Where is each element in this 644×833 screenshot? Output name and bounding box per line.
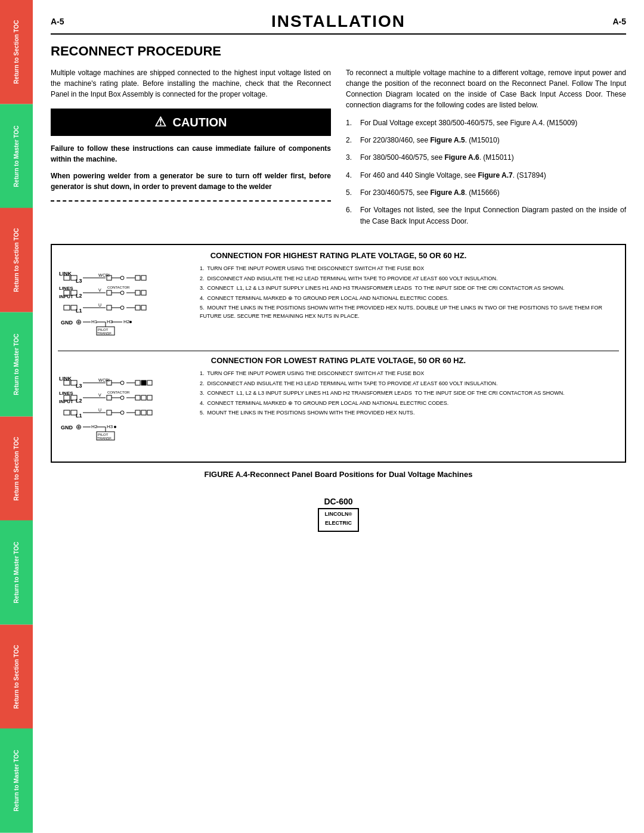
brand-sub: ELECTRIC — [325, 520, 352, 526]
svg-text:U: U — [98, 303, 101, 307]
svg-point-23 — [120, 291, 124, 295]
svg-rect-28 — [64, 305, 70, 310]
side-tab-section-toc-3[interactable]: Return to Section TOC — [0, 417, 33, 521]
top-diagram-instructions: 1. TURN OFF THE INPUT POWER USING THE DI… — [200, 265, 619, 322]
svg-text:H2: H2 — [123, 319, 130, 324]
svg-text:W: W — [98, 273, 103, 277]
bottom-diagram: CONNECTION FOR LOWEST RATING PLATE VOLTA… — [58, 356, 619, 450]
svg-text:TRANSF.: TRANSF. — [97, 436, 112, 440]
right-column: To reconnect a multiple voltage machine … — [346, 67, 626, 233]
side-tab-master-toc-2[interactable]: Return to Master TOC — [0, 312, 33, 417]
dashed-separator — [51, 200, 331, 202]
svg-rect-91 — [147, 410, 152, 415]
svg-point-11 — [120, 276, 124, 280]
svg-point-62 — [120, 381, 124, 385]
svg-text:⊕: ⊕ — [76, 318, 82, 326]
svg-rect-78 — [141, 395, 146, 400]
bottom-diagram-row: LINK LINES INPUT L3 W CRI — [58, 370, 619, 450]
svg-text:W: W — [98, 378, 103, 382]
svg-text:H3: H3 — [107, 424, 113, 429]
footer-model: DC-600 — [51, 497, 626, 506]
footer: DC-600 LINCOLN® ELECTRIC — [51, 491, 626, 531]
svg-text:V: V — [98, 288, 101, 292]
two-column-layout: Multiple voltage machines are shipped co… — [51, 67, 626, 233]
top-diagram: CONNECTION FOR HIGHEST RATING PLATE VOLT… — [58, 251, 619, 345]
brand-name: LINCOLN — [325, 511, 349, 517]
list-item: 4. For 460 and 440 Single Voltage, see F… — [346, 170, 626, 181]
svg-text:⊕: ⊕ — [76, 423, 82, 431]
svg-rect-77 — [135, 395, 140, 400]
lincoln-badge: LINCOLN® ELECTRIC — [318, 508, 360, 531]
svg-point-46 — [129, 321, 132, 323]
caution-triangle-icon: ⚠ — [154, 114, 166, 130]
main-content: A-5 INSTALLATION A-5 RECONNECT PROCEDURE… — [33, 0, 644, 544]
svg-text:TRANSF.: TRANSF. — [97, 332, 112, 335]
list-item: 1. For Dual Voltage except 380/500-460/5… — [346, 117, 626, 129]
side-tab-master-toc-1[interactable]: Return to Master TOC — [0, 104, 33, 209]
svg-rect-89 — [135, 410, 140, 415]
list-item: 3. For 380/500-460/575, see Figure A.6. … — [346, 152, 626, 163]
svg-text:GND: GND — [61, 320, 73, 326]
diagram-divider — [58, 351, 619, 351]
svg-text:V: V — [98, 393, 101, 397]
caution-text-1: Failure to follow these instructions can… — [51, 143, 331, 165]
svg-point-34 — [120, 306, 124, 309]
svg-rect-13 — [135, 275, 140, 280]
list-item: 2. For 220/380/460, see Figure A.5. (M15… — [346, 135, 626, 146]
svg-rect-66 — [147, 380, 152, 385]
numbered-list: 1. For Dual Voltage except 380/500-460/5… — [346, 117, 626, 227]
svg-rect-37 — [141, 305, 146, 310]
svg-rect-36 — [135, 305, 140, 310]
top-diagram-row: LINK LINES INPUT L3 W CRI — [58, 265, 619, 345]
svg-rect-81 — [64, 410, 70, 415]
section-title: RECONNECT PROCEDURE — [51, 44, 626, 59]
page-title: INSTALLATION — [271, 12, 405, 31]
side-tabs: Return to Section TOC Return to Master T… — [0, 0, 33, 833]
svg-rect-85 — [107, 410, 112, 415]
caution-text-2: When powering welder from a generator be… — [51, 171, 331, 192]
brand-reg-icon: ® — [349, 512, 352, 517]
top-diagram-svg: LINK LINES INPUT L3 W CRI — [58, 265, 195, 345]
list-item: 6. For Voltages not listed, see the Inpu… — [346, 205, 626, 227]
svg-point-75 — [120, 396, 124, 400]
svg-text:CONTACTOR: CONTACTOR — [107, 286, 130, 289]
svg-rect-79 — [147, 395, 152, 400]
svg-point-98 — [114, 426, 116, 428]
svg-rect-64 — [135, 380, 140, 385]
svg-rect-32 — [107, 305, 112, 310]
svg-rect-20 — [107, 290, 112, 295]
page-number-right: A-5 — [612, 17, 626, 26]
svg-rect-65 — [141, 380, 146, 385]
right-intro: To reconnect a multiple voltage machine … — [346, 67, 626, 110]
svg-point-87 — [120, 411, 124, 414]
top-diagram-title: CONNECTION FOR HIGHEST RATING PLATE VOLT… — [58, 251, 619, 260]
bottom-diagram-svg: LINK LINES INPUT L3 W CRI — [58, 370, 195, 450]
svg-rect-25 — [135, 290, 140, 295]
svg-text:CONTACTOR: CONTACTOR — [107, 391, 130, 394]
page-number-left: A-5 — [51, 17, 64, 26]
svg-rect-90 — [141, 410, 146, 415]
svg-rect-26 — [141, 290, 146, 295]
svg-rect-72 — [107, 395, 112, 400]
diagram-section: CONNECTION FOR HIGHEST RATING PLATE VOLT… — [51, 244, 626, 463]
svg-text:U: U — [98, 408, 101, 412]
side-tab-master-toc-4[interactable]: Return to Master TOC — [0, 729, 33, 833]
side-tab-master-toc-3[interactable]: Return to Master TOC — [0, 521, 33, 625]
list-item: 5. For 230/460/575, see Figure A.8. (M15… — [346, 187, 626, 199]
bottom-diagram-instructions: 1. TURN OFF THE INPUT POWER USING THE DI… — [200, 370, 619, 419]
figure-caption: FIGURE A.4-Reconnect Panel Board Positio… — [51, 470, 626, 479]
left-column: Multiple voltage machines are shipped co… — [51, 67, 331, 233]
page-header: A-5 INSTALLATION A-5 — [51, 12, 626, 35]
left-paragraph-1: Multiple voltage machines are shipped co… — [51, 67, 331, 100]
side-tab-section-toc-1[interactable]: Return to Section TOC — [0, 0, 33, 104]
side-tab-section-toc-2[interactable]: Return to Section TOC — [0, 208, 33, 312]
bottom-diagram-title: CONNECTION FOR LOWEST RATING PLATE VOLTA… — [58, 356, 619, 365]
caution-label: CAUTION — [172, 116, 227, 129]
svg-text:GND: GND — [61, 425, 73, 431]
side-tab-section-toc-4[interactable]: Return to Section TOC — [0, 625, 33, 729]
caution-box: ⚠ CAUTION — [51, 109, 331, 136]
svg-rect-14 — [141, 275, 146, 280]
